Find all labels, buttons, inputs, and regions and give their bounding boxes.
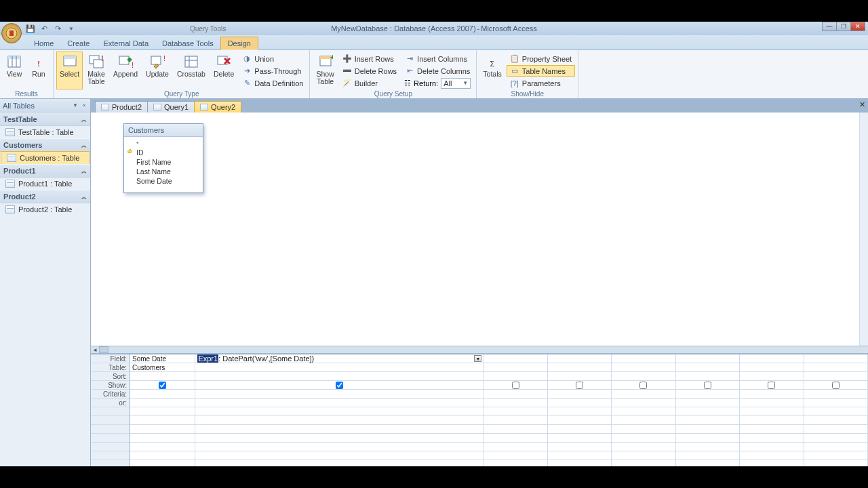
cell-dropdown-icon[interactable]: ▼	[474, 355, 481, 362]
grid-cell[interactable]	[548, 416, 611, 425]
grid-cell[interactable]	[548, 451, 611, 460]
navgroup-product2[interactable]: Product2︽	[0, 190, 90, 203]
grid-cell[interactable]	[740, 381, 803, 390]
qat-dropdown-icon[interactable]: ▼	[66, 24, 76, 33]
chevron-up-icon[interactable]: ︽	[81, 116, 87, 123]
navitem-table[interactable]: TestTable : Table	[0, 126, 90, 138]
grid-cell[interactable]	[484, 407, 547, 416]
grid-cell[interactable]	[548, 443, 611, 451]
tab-design[interactable]: Design	[220, 37, 258, 50]
grid-column[interactable]	[484, 354, 547, 466]
grid-cell[interactable]	[484, 363, 547, 372]
parameters-button[interactable]: [?]Parameters	[507, 77, 575, 89]
grid-cell[interactable]	[804, 390, 867, 399]
grid-cell[interactable]	[676, 363, 739, 372]
close-button[interactable]: ✕	[850, 22, 865, 31]
grid-cell[interactable]	[130, 407, 195, 416]
grid-column[interactable]	[548, 354, 612, 466]
grid-cell[interactable]	[195, 407, 483, 416]
grid-cell[interactable]	[740, 407, 803, 416]
grid-cell[interactable]	[130, 443, 195, 451]
record-selector-icon[interactable]	[99, 346, 108, 353]
doctab-query1[interactable]: Query1	[147, 101, 195, 113]
grid-cell[interactable]	[740, 354, 803, 363]
insert-rows-button[interactable]: ➕Insert Rows	[339, 53, 400, 64]
crosstab-button[interactable]: Crosstab	[174, 52, 209, 89]
grid-cell[interactable]	[612, 451, 675, 460]
grid-cell[interactable]	[548, 425, 611, 434]
builder-button[interactable]: 🪄Builder	[339, 77, 400, 89]
delete-rows-button[interactable]: ➖Delete Rows	[339, 65, 400, 77]
doctab-query2[interactable]: Query2	[194, 101, 241, 113]
grid-cell[interactable]	[740, 372, 803, 381]
grid-cell[interactable]	[548, 372, 611, 381]
vertical-scrollbar[interactable]	[859, 113, 868, 346]
save-icon[interactable]: 💾	[26, 24, 35, 33]
grid-cell[interactable]	[740, 399, 803, 407]
grid-cell[interactable]	[484, 416, 547, 425]
grid-cell[interactable]	[548, 363, 611, 372]
show-table-button[interactable]: +Show Table	[313, 52, 337, 89]
grid-cell[interactable]	[740, 451, 803, 460]
grid-cell[interactable]	[740, 390, 803, 399]
table-customers[interactable]: Customers *IDFirst NameLast NameSome Dat…	[123, 123, 203, 193]
grid-cell[interactable]	[484, 399, 547, 407]
grid-cell[interactable]	[804, 399, 867, 407]
grid-cell[interactable]	[484, 390, 547, 399]
grid-cell[interactable]	[676, 434, 739, 443]
grid-cell[interactable]	[740, 416, 803, 425]
grid-cell[interactable]	[804, 372, 867, 381]
field-first-name[interactable]: First Name	[125, 157, 201, 167]
grid-cell[interactable]	[612, 372, 675, 381]
grid-column[interactable]	[804, 354, 868, 466]
grid-cell[interactable]	[484, 354, 547, 363]
grid-cell[interactable]: Expr1: DatePart('ww',[Some Date])▼	[195, 354, 483, 363]
property-sheet-button[interactable]: 📋Property Sheet	[507, 53, 575, 64]
tab-database-tools[interactable]: Database Tools	[155, 37, 220, 49]
doctab-product2[interactable]: Product2	[95, 101, 148, 113]
collapse-navpane-icon[interactable]: «	[81, 102, 87, 108]
grid-cell[interactable]	[676, 425, 739, 434]
grid-cell[interactable]	[130, 390, 195, 399]
grid-cell[interactable]	[612, 381, 675, 390]
grid-cell[interactable]	[195, 399, 483, 407]
show-checkbox[interactable]	[159, 382, 166, 389]
scroll-left-icon[interactable]: ◄	[91, 346, 99, 353]
navitem-table[interactable]: Customers : Table	[1, 151, 90, 165]
delete-query-button[interactable]: Delete	[210, 52, 237, 89]
make-table-button[interactable]: !Make Table	[84, 52, 108, 89]
grid-cell[interactable]	[676, 381, 739, 390]
tab-create[interactable]: Create	[60, 37, 96, 49]
grid-cell[interactable]	[804, 407, 867, 416]
grid-cell[interactable]	[612, 416, 675, 425]
union-button[interactable]: ◑Union	[239, 53, 307, 64]
field-some-date[interactable]: Some Date	[125, 176, 201, 186]
undo-icon[interactable]: ↶	[39, 24, 49, 33]
data-definition-button[interactable]: ✎Data Definition	[239, 77, 307, 89]
grid-cell[interactable]	[804, 354, 867, 363]
grid-cell[interactable]	[195, 390, 483, 399]
chevron-up-icon[interactable]: ︽	[81, 193, 87, 201]
grid-cell[interactable]	[612, 425, 675, 434]
grid-column[interactable]	[612, 354, 675, 466]
show-checkbox[interactable]	[512, 382, 519, 389]
insert-columns-button[interactable]: ⇥Insert Columns	[401, 53, 473, 64]
grid-cell[interactable]	[484, 443, 547, 451]
tablebox-title[interactable]: Customers	[124, 124, 203, 137]
totals-button[interactable]: ΣTotals	[479, 52, 505, 89]
grid-cell[interactable]	[484, 434, 547, 443]
grid-cell[interactable]	[676, 451, 739, 460]
grid-cell[interactable]	[195, 416, 483, 425]
grid-cell[interactable]	[676, 372, 739, 381]
grid-cell[interactable]	[612, 399, 675, 407]
grid-cell[interactable]	[612, 363, 675, 372]
grid-cell[interactable]	[740, 434, 803, 443]
show-checkbox[interactable]	[704, 382, 711, 389]
field-star[interactable]: *	[125, 140, 201, 148]
grid-cell[interactable]	[804, 451, 867, 460]
field-id[interactable]: ID	[125, 148, 201, 157]
grid-cell[interactable]	[130, 416, 195, 425]
run-button[interactable]: !Run	[27, 52, 50, 89]
grid-cell[interactable]	[130, 372, 195, 381]
navitem-table[interactable]: Product1 : Table	[0, 178, 90, 190]
